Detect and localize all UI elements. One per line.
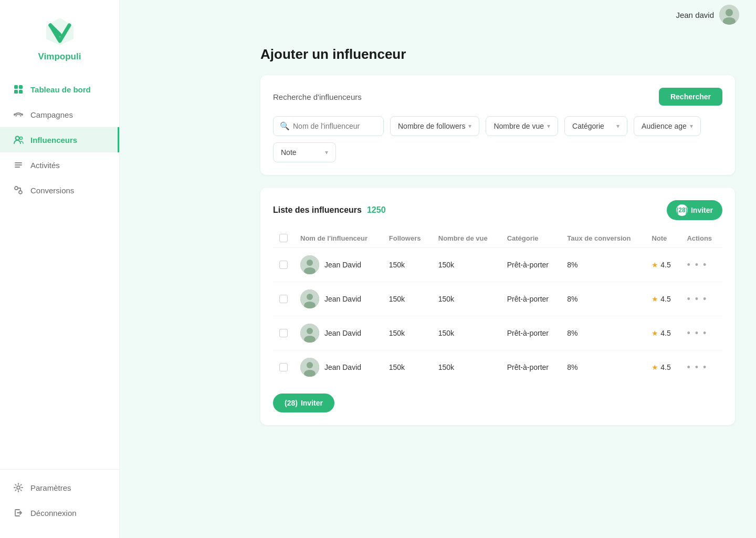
influencer-name-2: Jean David	[324, 329, 361, 337]
filter-followers-label: Nombre de followers	[398, 122, 465, 130]
row-vue-2: 150k	[432, 316, 501, 350]
sidebar-item-tableau-de-bord[interactable]: Tableau de bord	[0, 77, 119, 102]
invite-button-top[interactable]: (28) Inviter	[667, 200, 722, 220]
filter-categorie[interactable]: Catégorie ▾	[564, 116, 627, 136]
chevron-down-icon: ▾	[547, 122, 550, 130]
svg-rect-1	[14, 85, 18, 89]
row-note-3: ★ 4.5	[645, 350, 680, 385]
activites-icon	[13, 159, 24, 171]
sidebar-item-label-parametres: Paramètres	[30, 483, 71, 492]
row-note-0: ★ 4.5	[645, 248, 680, 282]
sidebar-bottom: Paramètres Déconnexion	[0, 469, 119, 538]
more-actions-icon-0[interactable]: • • •	[687, 260, 707, 270]
sidebar-item-influenceurs[interactable]: Influenceurs	[0, 127, 119, 152]
sidebar-nav: Tableau de bord Campagnes Influenceurs A…	[0, 71, 119, 469]
row-checkbox-3[interactable]	[279, 363, 288, 371]
influencer-cell-2: Jean David	[300, 324, 376, 343]
row-taux-0: 8%	[561, 248, 645, 282]
col-followers: Followers	[383, 229, 432, 248]
header-user: Jean david	[676, 5, 739, 25]
search-input-wrap[interactable]: 🔍	[273, 116, 384, 136]
influencer-cell-0: Jean David	[300, 255, 376, 274]
row-actions-2[interactable]: • • •	[680, 316, 722, 350]
svg-rect-2	[19, 85, 23, 89]
filters-row: 🔍 Nombre de followers ▾ Nombre de vue ▾ …	[273, 116, 722, 162]
sidebar-item-label-activites: Activités	[30, 161, 60, 170]
filter-vue-label: Nombre de vue	[494, 122, 544, 130]
table-header-row: Nom de l'influenceur Followers Nombre de…	[273, 229, 722, 248]
page-title: Ajouter un influenceur	[260, 46, 735, 63]
row-vue-3: 150k	[432, 350, 501, 385]
invite-button-bottom[interactable]: (28) Inviter	[273, 394, 334, 412]
svg-rect-10	[15, 164, 22, 165]
dashboard-icon	[13, 84, 24, 95]
filter-categorie-label: Catégorie	[572, 122, 604, 130]
row-actions-0[interactable]: • • •	[680, 248, 722, 282]
sidebar-item-activites[interactable]: Activités	[0, 152, 119, 178]
filter-note[interactable]: Note ▾	[273, 142, 336, 162]
influencer-name-0: Jean David	[324, 261, 361, 269]
chevron-down-icon: ▾	[468, 122, 471, 130]
chevron-down-icon: ▾	[325, 149, 328, 156]
filter-audience-age[interactable]: Audience age ▾	[634, 116, 701, 136]
sidebar-item-label-conversions: Conversions	[30, 186, 74, 195]
row-taux-3: 8%	[561, 350, 645, 385]
sidebar-item-deconnexion[interactable]: Déconnexion	[0, 500, 119, 525]
rechercher-button[interactable]: Rechercher	[659, 88, 722, 106]
svg-rect-9	[15, 162, 22, 163]
more-actions-icon-3[interactable]: • • •	[687, 362, 707, 373]
row-checkbox-2[interactable]	[279, 329, 288, 337]
sidebar-item-parametres[interactable]: Paramètres	[0, 475, 119, 500]
row-checkbox-0[interactable]	[279, 261, 288, 269]
campagnes-icon	[13, 109, 24, 120]
svg-point-5	[14, 113, 16, 116]
row-note-1: ★ 4.5	[645, 282, 680, 316]
filter-audience-label: Audience age	[642, 122, 687, 130]
svg-point-7	[16, 137, 19, 140]
filter-followers[interactable]: Nombre de followers ▾	[390, 116, 479, 136]
search-input[interactable]	[293, 117, 377, 135]
filter-vue[interactable]: Nombre de vue ▾	[486, 116, 558, 136]
bottom-invite-wrap: (28) Inviter	[273, 394, 722, 412]
svg-point-19	[307, 260, 313, 266]
sidebar-item-conversions[interactable]: Conversions	[0, 178, 119, 203]
sidebar-item-campagnes[interactable]: Campagnes	[0, 102, 119, 127]
select-all-checkbox[interactable]	[279, 234, 288, 242]
conversions-icon	[13, 184, 24, 196]
svg-point-22	[307, 294, 313, 300]
parametres-icon	[13, 482, 24, 493]
row-vue-1: 150k	[432, 282, 501, 316]
sidebar-item-label-campagnes: Campagnes	[30, 110, 73, 119]
row-followers-1: 150k	[383, 282, 432, 316]
svg-point-25	[307, 328, 313, 334]
svg-point-16	[726, 9, 733, 16]
row-followers-2: 150k	[383, 316, 432, 350]
sidebar-item-label-deconnexion: Déconnexion	[30, 509, 77, 518]
svg-rect-4	[19, 90, 23, 94]
svg-point-28	[307, 362, 313, 368]
bottom-invite-count: (28)	[285, 399, 298, 407]
row-vue-0: 150k	[432, 248, 501, 282]
row-categorie-0: Prêt-à-porter	[501, 248, 561, 282]
row-checkbox-1[interactable]	[279, 295, 288, 303]
chevron-down-icon: ▾	[616, 122, 620, 130]
col-note: Note	[645, 229, 680, 248]
table-row: Jean David 150k 150k Prêt-à-porter 8% ★ …	[273, 350, 722, 385]
main-content: Ajouter un influenceur Recherche d'influ…	[239, 0, 756, 538]
influencers-table: Nom de l'influenceur Followers Nombre de…	[273, 229, 722, 384]
influencer-name-1: Jean David	[324, 295, 361, 303]
list-count: 1250	[367, 205, 386, 215]
more-actions-icon-2[interactable]: • • •	[687, 328, 707, 338]
influencer-avatar-3	[300, 358, 319, 377]
influencer-name-3: Jean David	[324, 363, 361, 371]
row-actions-3[interactable]: • • •	[680, 350, 722, 385]
more-actions-icon-1[interactable]: • • •	[687, 294, 707, 304]
col-vue: Nombre de vue	[432, 229, 501, 248]
row-actions-1[interactable]: • • •	[680, 282, 722, 316]
sidebar: Vimpopuli Tableau de bord Campagnes Infl…	[0, 0, 120, 538]
row-note-2: ★ 4.5	[645, 316, 680, 350]
invite-label-top: Inviter	[691, 206, 713, 214]
row-followers-0: 150k	[383, 248, 432, 282]
list-title-label: Liste des influenceurs	[273, 205, 362, 215]
row-followers-3: 150k	[383, 350, 432, 385]
